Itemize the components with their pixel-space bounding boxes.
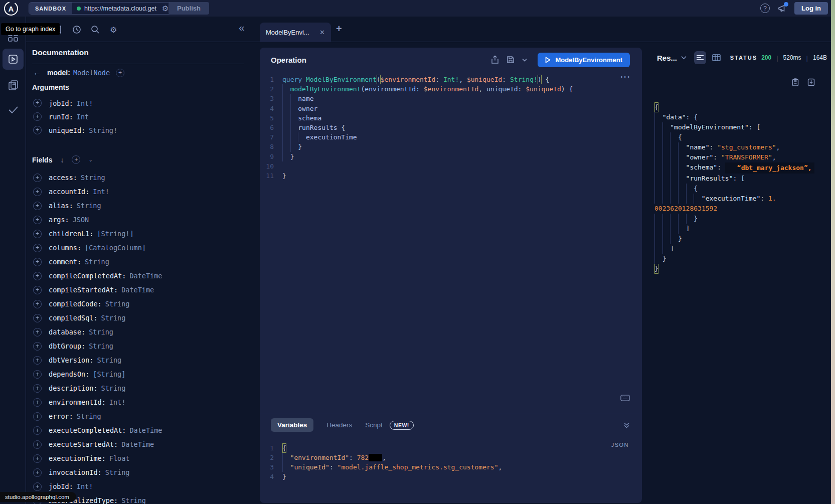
save-operation-icon[interactable] xyxy=(507,56,515,64)
field-type[interactable]: String! xyxy=(89,126,117,134)
code-line[interactable]: } xyxy=(654,234,827,244)
json-view-toggle-active[interactable] xyxy=(694,51,706,64)
code-line[interactable]: { xyxy=(654,102,827,112)
copy-response-icon[interactable] xyxy=(792,78,799,86)
operation-editor[interactable]: 1query ModelByEnvironment($environmentId… xyxy=(260,72,642,181)
table-view-toggle[interactable] xyxy=(712,54,721,61)
variables-editor[interactable]: 1{2"environmentId": 782,3"uniqueId": "mo… xyxy=(260,443,642,481)
code-line[interactable]: 5schema xyxy=(260,113,642,123)
explorer-nav-active[interactable] xyxy=(3,49,24,70)
field-type[interactable]: String xyxy=(105,300,130,308)
code-line[interactable]: 3"uniqueId": "model.jaffle_shop_metrics.… xyxy=(260,462,642,472)
tab-headers[interactable]: Headers xyxy=(326,421,352,429)
field-type[interactable]: String xyxy=(89,342,113,350)
code-line[interactable]: 8} xyxy=(260,142,642,151)
code-line[interactable]: "name": "stg_customers", xyxy=(654,142,827,152)
field-type[interactable]: String xyxy=(77,202,101,210)
add-all-fields-icon[interactable]: + xyxy=(116,69,124,77)
schema-field-row[interactable]: +runId:Int xyxy=(33,110,260,123)
schema-field-row[interactable]: +columns:[CatalogColumn] xyxy=(33,241,260,255)
add-field-icon[interactable]: + xyxy=(33,482,42,491)
schema-diff-icon[interactable] xyxy=(8,79,19,91)
code-line[interactable]: { xyxy=(654,184,827,194)
field-type[interactable]: String xyxy=(101,314,126,322)
add-field-icon[interactable]: + xyxy=(33,440,42,449)
checks-icon[interactable] xyxy=(8,105,19,114)
schema-field-row[interactable]: +access:String xyxy=(33,171,260,185)
schema-field-row[interactable]: +environmentId:Int! xyxy=(33,395,260,409)
field-type[interactable]: String xyxy=(105,468,130,476)
code-line[interactable]: 0023620128631592 xyxy=(654,204,827,214)
schema-field-row[interactable]: +database:String xyxy=(33,325,260,339)
add-field-icon[interactable]: + xyxy=(33,188,42,196)
schema-field-row[interactable]: +uniqueId:String! xyxy=(33,123,260,137)
schema-field-row[interactable]: +dependsOn:[String] xyxy=(33,367,260,381)
publish-button[interactable]: Publish xyxy=(169,2,209,15)
announcements-icon[interactable] xyxy=(777,4,787,13)
add-field-icon[interactable]: + xyxy=(33,426,42,435)
schema-field-row[interactable]: +childrenL1:[String!] xyxy=(33,227,260,241)
schema-field-row[interactable]: +compileStartedAt:DateTime xyxy=(33,283,260,297)
editor-menu-icon[interactable]: ••• xyxy=(620,74,631,80)
schema-field-row[interactable]: +jobId:Int! xyxy=(33,479,260,493)
add-field-icon[interactable]: + xyxy=(33,384,42,393)
back-arrow-icon[interactable]: ← xyxy=(33,68,41,77)
field-type[interactable]: String xyxy=(77,412,101,420)
code-line[interactable]: } xyxy=(654,254,827,264)
field-type[interactable]: DateTime xyxy=(121,286,154,294)
schema-field-row[interactable]: +args:JSON xyxy=(33,213,260,227)
code-line[interactable]: 11} xyxy=(260,171,642,181)
schema-field-row[interactable]: +executeStartedAt:DateTime xyxy=(33,437,260,451)
run-operation-button[interactable]: ModelByEnvironment xyxy=(538,53,630,67)
add-field-icon[interactable]: + xyxy=(33,370,42,379)
tab-script[interactable]: Script xyxy=(365,421,383,429)
schema-field-row[interactable]: +dbtVersion:String xyxy=(33,353,260,367)
schema-field-row[interactable]: +alias:String xyxy=(33,199,260,213)
add-field-icon[interactable]: + xyxy=(33,342,42,351)
add-field-icon[interactable]: + xyxy=(33,286,42,294)
operation-tab[interactable]: ModelByEnvi... ✕ xyxy=(260,23,331,42)
field-type[interactable]: String xyxy=(85,258,109,266)
endpoint-settings-icon[interactable]: ⚙ xyxy=(162,5,169,12)
field-type[interactable]: Int xyxy=(77,113,89,121)
add-field-icon[interactable]: + xyxy=(33,412,42,421)
add-field-icon[interactable]: + xyxy=(33,398,42,407)
add-field-icon[interactable]: + xyxy=(33,468,42,477)
code-line[interactable]: "modelByEnvironment": [ xyxy=(654,122,827,132)
code-line[interactable]: 4owner xyxy=(260,104,642,113)
code-line[interactable]: 7executionTime xyxy=(260,132,642,142)
schema-field-row[interactable]: +executeCompletedAt:DateTime xyxy=(33,423,260,437)
add-field-icon[interactable]: + xyxy=(33,216,42,224)
add-field-icon[interactable]: + xyxy=(33,202,42,210)
code-line[interactable]: 2modelByEnvironment(environmentId: $envi… xyxy=(260,84,642,94)
schema-field-row[interactable]: +description:String xyxy=(33,381,260,395)
help-icon[interactable]: ? xyxy=(760,4,770,13)
code-line[interactable]: "runResults": [ xyxy=(654,174,827,184)
field-type[interactable]: String xyxy=(97,356,121,364)
code-line[interactable]: 10 xyxy=(260,161,642,171)
add-fields-icon[interactable]: + xyxy=(72,155,80,164)
code-line[interactable]: 9} xyxy=(260,152,642,161)
add-field-icon[interactable]: + xyxy=(33,356,42,365)
code-line[interactable]: } xyxy=(654,214,827,224)
code-line[interactable]: "owner": "TRANSFORMER", xyxy=(654,152,827,162)
schema-field-row[interactable]: +jobId:Int! xyxy=(33,96,260,110)
code-line[interactable]: 1{ xyxy=(260,443,642,453)
add-field-icon[interactable]: + xyxy=(33,258,42,266)
endpoint-url-field[interactable]: https://metadata.cloud.get ⚙ xyxy=(72,3,176,14)
close-tab-icon[interactable]: ✕ xyxy=(319,29,325,36)
code-line[interactable]: "executionTime": 1. xyxy=(654,194,827,204)
type-link[interactable]: ModelNode xyxy=(73,69,110,77)
schema-field-row[interactable]: +comment:String xyxy=(33,255,260,269)
code-line[interactable]: ] xyxy=(654,224,827,234)
new-tab-icon[interactable]: + xyxy=(336,23,342,35)
code-line[interactable]: "data": { xyxy=(654,112,827,122)
field-type[interactable]: Int! xyxy=(77,99,93,107)
sort-fields-icon[interactable]: ↓ xyxy=(60,156,64,164)
schema-field-row[interactable]: +dbtGroup:String xyxy=(33,339,260,353)
schema-field-row[interactable]: +invocationId:String xyxy=(33,465,260,479)
code-line[interactable]: 6runResults { xyxy=(260,123,642,132)
keyboard-shortcuts-icon[interactable] xyxy=(620,395,630,401)
code-line[interactable]: "schema": “dbt_mary_jackson”, xyxy=(654,162,827,174)
code-line[interactable]: ] xyxy=(654,244,827,254)
